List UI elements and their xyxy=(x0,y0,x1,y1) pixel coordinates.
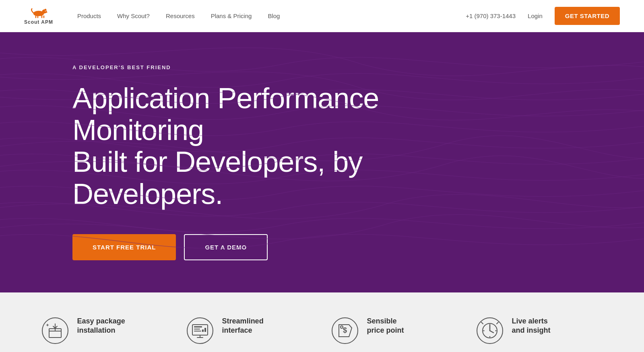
svg-point-25 xyxy=(483,330,484,331)
svg-text:$: $ xyxy=(343,326,347,334)
hero-buttons: START FREE TRIAL GET A DEMO xyxy=(72,234,572,260)
get-demo-button[interactable]: GET A DEMO xyxy=(184,234,268,260)
nav-links: Products Why Scout? Resources Plans & Pr… xyxy=(77,12,466,19)
nav-right: +1 (970) 373-1443 Login GET STARTED xyxy=(466,7,620,25)
price-icon: $ xyxy=(331,317,359,345)
nav-plans-pricing[interactable]: Plans & Pricing xyxy=(211,12,252,19)
package-install-icon xyxy=(41,317,69,345)
svg-rect-5 xyxy=(35,15,37,18)
start-trial-button[interactable]: START FREE TRIAL xyxy=(72,234,176,260)
alerts-icon xyxy=(476,317,504,345)
svg-rect-6 xyxy=(37,15,39,18)
feature-easy-install-title: Easy package installation xyxy=(77,317,125,336)
get-started-button[interactable]: GET STARTED xyxy=(555,7,620,25)
logo-icon xyxy=(29,7,49,19)
hero-title: Application Performance Monitoring Built… xyxy=(72,82,435,210)
svg-point-20 xyxy=(341,326,343,328)
streamlined-interface-icon xyxy=(186,317,214,345)
feature-easy-install-text: Easy package installation xyxy=(77,317,125,336)
hero-title-line1: Application Performance xyxy=(72,82,379,114)
nav-login[interactable]: Login xyxy=(528,12,543,19)
hero-section: A Developer's Best Friend Application Pe… xyxy=(0,32,644,292)
nav-resources[interactable]: Resources xyxy=(166,12,195,19)
logo-text: Scout APM xyxy=(24,19,53,25)
feature-alerts-text: Live alerts and insight xyxy=(512,317,551,336)
hero-subtitle: A Developer's Best Friend xyxy=(72,64,572,70)
hero-title-line3: Built for Developers, by Developers. xyxy=(72,146,362,210)
svg-point-8 xyxy=(45,11,47,12)
svg-point-23 xyxy=(489,324,490,325)
svg-rect-17 xyxy=(204,328,206,332)
feature-price-text: Sensible price point xyxy=(367,317,404,336)
svg-rect-14 xyxy=(194,329,200,329)
nav-products[interactable]: Products xyxy=(77,12,101,19)
svg-point-24 xyxy=(489,336,490,337)
feature-streamlined-text: Streamlined interface xyxy=(222,317,264,336)
feature-alerts: Live alerts and insight xyxy=(476,317,603,345)
feature-streamlined: Streamlined interface xyxy=(186,317,314,345)
svg-rect-16 xyxy=(202,329,204,332)
nav-blog[interactable]: Blog xyxy=(268,12,280,19)
navbar: Scout APM Products Why Scout? Resources … xyxy=(0,0,644,32)
svg-point-7 xyxy=(45,10,46,11)
hero-title-line2: Monitoring xyxy=(72,114,204,146)
svg-point-26 xyxy=(495,330,496,331)
nav-phone: +1 (970) 373-1443 xyxy=(466,12,516,19)
logo[interactable]: Scout APM xyxy=(24,7,53,25)
svg-rect-15 xyxy=(194,331,201,331)
features-section: Easy package installation Streamlined in… xyxy=(0,292,644,352)
feature-alerts-title: Live alerts and insight xyxy=(512,317,551,336)
svg-rect-3 xyxy=(41,15,43,18)
feature-price: $ Sensible price point xyxy=(331,317,458,345)
svg-rect-13 xyxy=(194,326,202,327)
feature-easy-install: Easy package installation xyxy=(41,317,169,345)
feature-price-title: Sensible price point xyxy=(367,317,404,336)
svg-rect-4 xyxy=(43,15,45,18)
nav-why-scout[interactable]: Why Scout? xyxy=(117,12,150,19)
feature-streamlined-title: Streamlined interface xyxy=(222,317,264,336)
